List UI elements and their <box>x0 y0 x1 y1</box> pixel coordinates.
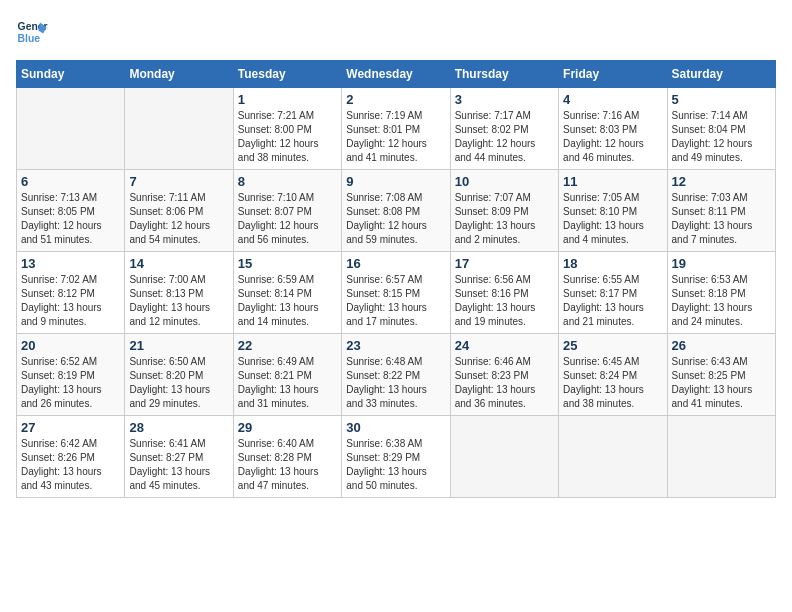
day-info: Sunrise: 6:55 AMSunset: 8:17 PMDaylight:… <box>563 273 662 329</box>
calendar-cell: 12Sunrise: 7:03 AMSunset: 8:11 PMDayligh… <box>667 170 775 252</box>
day-number: 30 <box>346 420 445 435</box>
calendar-cell: 30Sunrise: 6:38 AMSunset: 8:29 PMDayligh… <box>342 416 450 498</box>
calendar-cell: 24Sunrise: 6:46 AMSunset: 8:23 PMDayligh… <box>450 334 558 416</box>
day-info: Sunrise: 7:16 AMSunset: 8:03 PMDaylight:… <box>563 109 662 165</box>
day-info: Sunrise: 7:13 AMSunset: 8:05 PMDaylight:… <box>21 191 120 247</box>
day-info: Sunrise: 6:41 AMSunset: 8:27 PMDaylight:… <box>129 437 228 493</box>
logo-icon: General Blue <box>16 16 48 48</box>
calendar-cell: 21Sunrise: 6:50 AMSunset: 8:20 PMDayligh… <box>125 334 233 416</box>
day-info: Sunrise: 6:40 AMSunset: 8:28 PMDaylight:… <box>238 437 337 493</box>
day-number: 11 <box>563 174 662 189</box>
day-info: Sunrise: 7:17 AMSunset: 8:02 PMDaylight:… <box>455 109 554 165</box>
week-row-5: 27Sunrise: 6:42 AMSunset: 8:26 PMDayligh… <box>17 416 776 498</box>
calendar-cell: 28Sunrise: 6:41 AMSunset: 8:27 PMDayligh… <box>125 416 233 498</box>
day-number: 9 <box>346 174 445 189</box>
calendar-cell <box>450 416 558 498</box>
day-info: Sunrise: 7:02 AMSunset: 8:12 PMDaylight:… <box>21 273 120 329</box>
day-number: 14 <box>129 256 228 271</box>
calendar-cell: 8Sunrise: 7:10 AMSunset: 8:07 PMDaylight… <box>233 170 341 252</box>
day-info: Sunrise: 6:49 AMSunset: 8:21 PMDaylight:… <box>238 355 337 411</box>
day-number: 7 <box>129 174 228 189</box>
header-day-thursday: Thursday <box>450 61 558 88</box>
header-day-sunday: Sunday <box>17 61 125 88</box>
day-number: 17 <box>455 256 554 271</box>
day-number: 15 <box>238 256 337 271</box>
week-row-3: 13Sunrise: 7:02 AMSunset: 8:12 PMDayligh… <box>17 252 776 334</box>
calendar-cell <box>125 88 233 170</box>
day-number: 29 <box>238 420 337 435</box>
calendar-cell: 1Sunrise: 7:21 AMSunset: 8:00 PMDaylight… <box>233 88 341 170</box>
day-info: Sunrise: 7:07 AMSunset: 8:09 PMDaylight:… <box>455 191 554 247</box>
day-info: Sunrise: 6:50 AMSunset: 8:20 PMDaylight:… <box>129 355 228 411</box>
calendar-cell: 15Sunrise: 6:59 AMSunset: 8:14 PMDayligh… <box>233 252 341 334</box>
calendar-cell: 6Sunrise: 7:13 AMSunset: 8:05 PMDaylight… <box>17 170 125 252</box>
calendar-cell: 5Sunrise: 7:14 AMSunset: 8:04 PMDaylight… <box>667 88 775 170</box>
calendar-cell: 10Sunrise: 7:07 AMSunset: 8:09 PMDayligh… <box>450 170 558 252</box>
day-number: 24 <box>455 338 554 353</box>
day-info: Sunrise: 6:48 AMSunset: 8:22 PMDaylight:… <box>346 355 445 411</box>
day-number: 20 <box>21 338 120 353</box>
day-number: 2 <box>346 92 445 107</box>
logo: General Blue <box>16 16 52 48</box>
day-number: 22 <box>238 338 337 353</box>
calendar-header: SundayMondayTuesdayWednesdayThursdayFrid… <box>17 61 776 88</box>
calendar-cell: 17Sunrise: 6:56 AMSunset: 8:16 PMDayligh… <box>450 252 558 334</box>
header-row: SundayMondayTuesdayWednesdayThursdayFrid… <box>17 61 776 88</box>
calendar-cell <box>559 416 667 498</box>
week-row-4: 20Sunrise: 6:52 AMSunset: 8:19 PMDayligh… <box>17 334 776 416</box>
day-info: Sunrise: 6:45 AMSunset: 8:24 PMDaylight:… <box>563 355 662 411</box>
day-number: 16 <box>346 256 445 271</box>
day-info: Sunrise: 7:11 AMSunset: 8:06 PMDaylight:… <box>129 191 228 247</box>
day-number: 1 <box>238 92 337 107</box>
calendar-cell: 13Sunrise: 7:02 AMSunset: 8:12 PMDayligh… <box>17 252 125 334</box>
day-number: 6 <box>21 174 120 189</box>
calendar-body: 1Sunrise: 7:21 AMSunset: 8:00 PMDaylight… <box>17 88 776 498</box>
calendar-cell: 4Sunrise: 7:16 AMSunset: 8:03 PMDaylight… <box>559 88 667 170</box>
calendar-cell: 2Sunrise: 7:19 AMSunset: 8:01 PMDaylight… <box>342 88 450 170</box>
day-number: 8 <box>238 174 337 189</box>
day-info: Sunrise: 6:42 AMSunset: 8:26 PMDaylight:… <box>21 437 120 493</box>
calendar-cell: 3Sunrise: 7:17 AMSunset: 8:02 PMDaylight… <box>450 88 558 170</box>
day-info: Sunrise: 6:46 AMSunset: 8:23 PMDaylight:… <box>455 355 554 411</box>
day-info: Sunrise: 7:08 AMSunset: 8:08 PMDaylight:… <box>346 191 445 247</box>
header-day-monday: Monday <box>125 61 233 88</box>
day-number: 21 <box>129 338 228 353</box>
day-number: 25 <box>563 338 662 353</box>
calendar-cell: 16Sunrise: 6:57 AMSunset: 8:15 PMDayligh… <box>342 252 450 334</box>
page-header: General Blue <box>16 16 776 48</box>
day-number: 5 <box>672 92 771 107</box>
day-info: Sunrise: 6:52 AMSunset: 8:19 PMDaylight:… <box>21 355 120 411</box>
calendar-cell: 29Sunrise: 6:40 AMSunset: 8:28 PMDayligh… <box>233 416 341 498</box>
day-info: Sunrise: 6:53 AMSunset: 8:18 PMDaylight:… <box>672 273 771 329</box>
calendar-cell: 22Sunrise: 6:49 AMSunset: 8:21 PMDayligh… <box>233 334 341 416</box>
header-day-wednesday: Wednesday <box>342 61 450 88</box>
calendar-cell: 9Sunrise: 7:08 AMSunset: 8:08 PMDaylight… <box>342 170 450 252</box>
calendar-cell: 11Sunrise: 7:05 AMSunset: 8:10 PMDayligh… <box>559 170 667 252</box>
header-day-friday: Friday <box>559 61 667 88</box>
svg-text:Blue: Blue <box>18 33 41 44</box>
day-number: 4 <box>563 92 662 107</box>
day-info: Sunrise: 7:03 AMSunset: 8:11 PMDaylight:… <box>672 191 771 247</box>
calendar-table: SundayMondayTuesdayWednesdayThursdayFrid… <box>16 60 776 498</box>
day-number: 28 <box>129 420 228 435</box>
week-row-2: 6Sunrise: 7:13 AMSunset: 8:05 PMDaylight… <box>17 170 776 252</box>
calendar-cell: 20Sunrise: 6:52 AMSunset: 8:19 PMDayligh… <box>17 334 125 416</box>
day-number: 23 <box>346 338 445 353</box>
day-info: Sunrise: 6:56 AMSunset: 8:16 PMDaylight:… <box>455 273 554 329</box>
calendar-cell: 23Sunrise: 6:48 AMSunset: 8:22 PMDayligh… <box>342 334 450 416</box>
day-info: Sunrise: 7:05 AMSunset: 8:10 PMDaylight:… <box>563 191 662 247</box>
day-info: Sunrise: 7:00 AMSunset: 8:13 PMDaylight:… <box>129 273 228 329</box>
header-day-saturday: Saturday <box>667 61 775 88</box>
week-row-1: 1Sunrise: 7:21 AMSunset: 8:00 PMDaylight… <box>17 88 776 170</box>
day-info: Sunrise: 6:38 AMSunset: 8:29 PMDaylight:… <box>346 437 445 493</box>
day-info: Sunrise: 6:59 AMSunset: 8:14 PMDaylight:… <box>238 273 337 329</box>
day-info: Sunrise: 6:43 AMSunset: 8:25 PMDaylight:… <box>672 355 771 411</box>
calendar-cell <box>17 88 125 170</box>
calendar-cell: 25Sunrise: 6:45 AMSunset: 8:24 PMDayligh… <box>559 334 667 416</box>
day-number: 10 <box>455 174 554 189</box>
day-info: Sunrise: 7:19 AMSunset: 8:01 PMDaylight:… <box>346 109 445 165</box>
day-info: Sunrise: 7:14 AMSunset: 8:04 PMDaylight:… <box>672 109 771 165</box>
calendar-cell: 27Sunrise: 6:42 AMSunset: 8:26 PMDayligh… <box>17 416 125 498</box>
day-number: 18 <box>563 256 662 271</box>
calendar-cell: 18Sunrise: 6:55 AMSunset: 8:17 PMDayligh… <box>559 252 667 334</box>
